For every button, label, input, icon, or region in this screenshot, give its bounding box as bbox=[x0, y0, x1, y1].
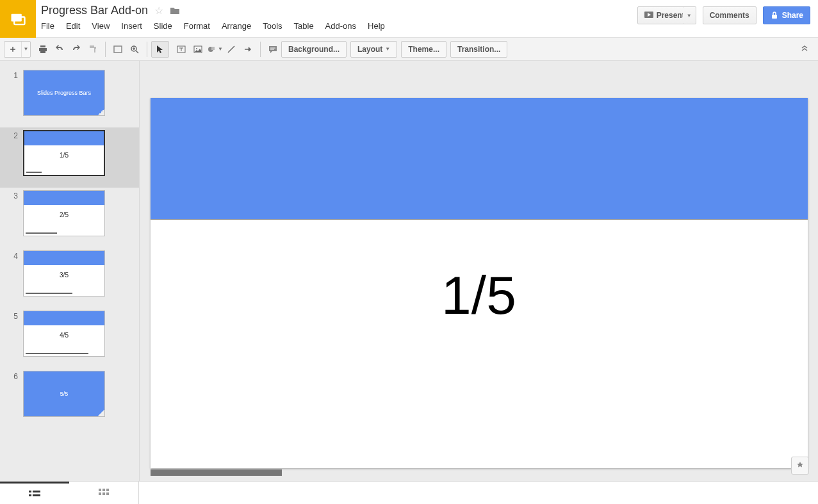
menu-table[interactable]: Table bbox=[294, 21, 314, 31]
thumb-row-3[interactable]: 32/5 bbox=[0, 188, 139, 248]
thumb-progress-bar bbox=[26, 232, 57, 234]
slides-logo-icon bbox=[9, 10, 27, 28]
menu-tools[interactable]: Tools bbox=[263, 21, 282, 31]
new-slide-dropdown[interactable]: ▼ bbox=[21, 42, 30, 57]
thumb-number: 6 bbox=[10, 371, 23, 381]
hide-menus-button[interactable] bbox=[800, 45, 809, 54]
footer bbox=[0, 481, 818, 504]
separator bbox=[138, 482, 139, 505]
thumb-row-2[interactable]: 21/5 bbox=[0, 127, 139, 188]
thumb-body-text: 2/5 bbox=[24, 211, 104, 218]
arrow-tool[interactable] bbox=[240, 42, 256, 57]
svg-rect-17 bbox=[106, 489, 109, 491]
thumb-title-text: 5/5 bbox=[24, 371, 104, 416]
filmstrip-view-button[interactable] bbox=[0, 482, 69, 504]
move-folder-icon[interactable] bbox=[170, 6, 180, 15]
background-button[interactable]: Background... bbox=[281, 41, 347, 58]
comment-tool[interactable] bbox=[265, 42, 281, 57]
thumb-row-1[interactable]: 1Slides Progress Bars bbox=[0, 67, 139, 127]
theme-button[interactable]: Theme... bbox=[401, 41, 446, 58]
share-button[interactable]: Share bbox=[763, 6, 810, 24]
menu-insert[interactable]: Insert bbox=[121, 21, 142, 31]
slide-thumbnail[interactable]: 1/5 bbox=[23, 130, 105, 176]
play-screen-icon bbox=[644, 12, 653, 19]
svg-rect-4 bbox=[114, 46, 122, 53]
menu-format[interactable]: Format bbox=[184, 21, 210, 31]
slide-panel[interactable]: 1Slides Progress Bars21/532/543/554/565/… bbox=[0, 61, 140, 481]
thumb-body-text: 3/5 bbox=[24, 272, 104, 279]
menu-addons[interactable]: Add-ons bbox=[325, 21, 356, 31]
slide-thumbnail[interactable]: 2/5 bbox=[23, 190, 105, 236]
thumb-row-5[interactable]: 54/5 bbox=[0, 308, 139, 368]
separator bbox=[105, 42, 106, 57]
layout-button[interactable]: Layout▼ bbox=[350, 41, 397, 58]
layout-label: Layout bbox=[357, 45, 382, 54]
slide-body-text[interactable]: 1/5 bbox=[151, 264, 808, 327]
canvas-area[interactable]: 1/5 bbox=[140, 61, 818, 481]
thumb-number: 4 bbox=[10, 250, 23, 261]
star-icon[interactable]: ☆ bbox=[154, 4, 163, 17]
present-dropdown[interactable]: ▼ bbox=[683, 6, 696, 24]
menu-arrange[interactable]: Arrange bbox=[222, 21, 251, 31]
menu-file[interactable]: File bbox=[41, 21, 54, 31]
transition-button[interactable]: Transition... bbox=[450, 41, 507, 58]
menu-help[interactable]: Help bbox=[368, 21, 385, 31]
thumb-progress-bar bbox=[26, 172, 42, 173]
line-tool[interactable] bbox=[223, 42, 240, 57]
slide-thumbnail[interactable]: 3/5 bbox=[23, 250, 105, 297]
slide-header-shape[interactable] bbox=[151, 98, 808, 220]
svg-rect-13 bbox=[29, 494, 31, 496]
present-button[interactable]: Present bbox=[637, 6, 689, 24]
zoom-button[interactable] bbox=[126, 42, 143, 57]
svg-rect-15 bbox=[99, 489, 101, 491]
thumb-progress-bar bbox=[26, 353, 88, 354]
textbox-tool[interactable] bbox=[173, 42, 190, 57]
toolbar: ＋ ▼ ▼ Background... Layout▼ Theme... Tra… bbox=[0, 38, 818, 61]
new-slide-button[interactable]: ＋ bbox=[4, 42, 21, 57]
lock-icon bbox=[770, 12, 779, 19]
workspace: 1Slides Progress Bars21/532/543/554/565/… bbox=[0, 61, 818, 481]
svg-rect-11 bbox=[29, 491, 31, 492]
slide-thumbnail[interactable]: Slides Progress Bars bbox=[23, 70, 105, 116]
thumb-body-text: 1/5 bbox=[24, 152, 104, 159]
explore-button[interactable] bbox=[791, 457, 809, 475]
svg-rect-3 bbox=[772, 15, 777, 19]
select-tool[interactable] bbox=[151, 41, 169, 58]
paint-format-button[interactable] bbox=[85, 42, 101, 57]
image-tool[interactable] bbox=[190, 42, 206, 57]
thumb-number: 1 bbox=[10, 70, 23, 80]
new-slide-group: ＋ ▼ bbox=[4, 41, 31, 58]
menu-slide[interactable]: Slide bbox=[154, 21, 172, 31]
svg-rect-19 bbox=[102, 492, 105, 495]
shape-tool[interactable]: ▼ bbox=[206, 42, 223, 57]
app-logo[interactable] bbox=[0, 0, 36, 38]
thumb-number: 2 bbox=[10, 130, 23, 140]
redo-button[interactable] bbox=[68, 42, 85, 57]
transition-label: Transition... bbox=[457, 45, 500, 54]
thumb-row-4[interactable]: 43/5 bbox=[0, 248, 139, 308]
slide-thumbnail[interactable]: 4/5 bbox=[23, 311, 105, 357]
svg-rect-14 bbox=[33, 494, 40, 496]
present-label: Present bbox=[657, 11, 685, 20]
separator bbox=[147, 42, 147, 57]
grid-view-button[interactable] bbox=[69, 482, 138, 504]
separator bbox=[260, 42, 261, 57]
undo-button[interactable] bbox=[51, 42, 68, 57]
slide-thumbnail[interactable]: 5/5 bbox=[23, 371, 105, 417]
comments-button[interactable]: Comments bbox=[703, 6, 757, 24]
svg-rect-18 bbox=[99, 492, 101, 495]
theme-label: Theme... bbox=[408, 45, 439, 54]
app-header: Progress Bar Add-on ☆ File Edit View Ins… bbox=[0, 0, 818, 38]
print-button[interactable] bbox=[35, 42, 51, 57]
zoom-fit-button[interactable] bbox=[110, 42, 126, 57]
menu-view[interactable]: View bbox=[92, 21, 110, 31]
menu-edit[interactable]: Edit bbox=[66, 21, 80, 31]
title-area: Progress Bar Add-on ☆ File Edit View Ins… bbox=[36, 0, 637, 31]
svg-point-8 bbox=[196, 48, 197, 49]
progress-bar-shape[interactable] bbox=[151, 469, 282, 476]
current-slide[interactable]: 1/5 bbox=[151, 98, 808, 468]
header-actions: Present ▼ Comments Share bbox=[637, 0, 818, 24]
document-title[interactable]: Progress Bar Add-on bbox=[41, 4, 148, 17]
svg-rect-0 bbox=[12, 13, 22, 21]
thumb-row-6[interactable]: 65/5 bbox=[0, 368, 139, 428]
